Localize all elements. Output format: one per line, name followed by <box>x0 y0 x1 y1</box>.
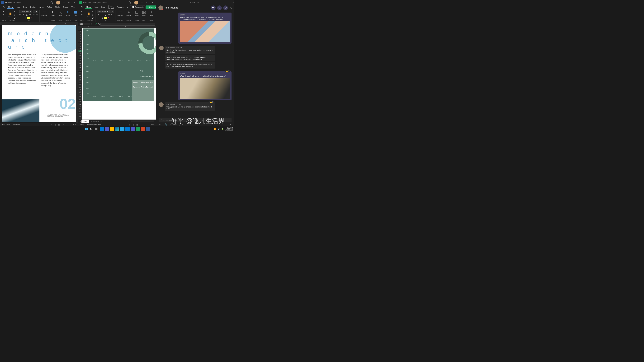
maximize-button[interactable]: ☐ <box>144 0 150 5</box>
tab-formulas[interactable]: Formulas <box>115 6 125 8</box>
italic-button[interactable]: I <box>100 13 104 16</box>
user-avatar[interactable] <box>134 1 138 4</box>
reaction-badge[interactable]: 👍 1 <box>209 101 214 103</box>
paragraph-button[interactable]: Paragraph <box>41 10 48 16</box>
undo-button[interactable]: ↶ <box>2 10 6 13</box>
tab-file[interactable]: File <box>1 6 7 8</box>
tab-layout[interactable]: Layout <box>38 6 46 8</box>
message-in[interactable]: Do you have time today before our design… <box>165 55 216 61</box>
message-in[interactable]: Ron Thames 11:19 AM Hey Jack. We have be… <box>165 46 216 54</box>
editing-button[interactable]: Editing <box>148 10 154 16</box>
fx-icon[interactable]: fx <box>98 23 100 25</box>
zoom-slider[interactable]: ─●────── <box>62 124 71 126</box>
add-sheet-icon[interactable]: ＋ <box>101 120 103 122</box>
vertical-scrollbar[interactable] <box>76 25 78 123</box>
grow-font-button[interactable]: A↑ <box>108 13 110 16</box>
audio-call-button[interactable] <box>217 5 222 10</box>
shrink-font-button[interactable]: A↓ <box>111 13 114 16</box>
popout-icon[interactable]: ⧉ <box>230 6 232 9</box>
search-icon[interactable] <box>50 1 53 4</box>
word-icon[interactable] <box>146 127 150 131</box>
view-print-icon[interactable]: ▤ <box>54 124 56 126</box>
horizontal-scrollbar[interactable] <box>131 120 154 122</box>
start-button[interactable] <box>84 127 88 131</box>
minimize-button[interactable]: ─ <box>61 0 66 5</box>
font-size-select[interactable]: 11 <box>110 10 114 13</box>
tab-review[interactable]: Review <box>61 6 70 8</box>
excel-sheet-area[interactable]: A B 123456789101112131415161718192021222… <box>78 26 156 119</box>
widgets-icon[interactable] <box>100 127 104 131</box>
view-read-icon[interactable]: ▭ <box>51 124 52 126</box>
cut-button[interactable]: ✂ <box>13 10 16 13</box>
chart-object[interactable]: 30%25%20%15%10%5%0% 5 - 910 - 1415 - 192… <box>82 28 154 101</box>
tab-home[interactable]: Home <box>7 5 14 9</box>
font-color-button[interactable]: A <box>107 16 110 19</box>
attach-icon[interactable]: 📎 <box>165 123 168 126</box>
overlay-card[interactable]: ContosoFY 22 Company Over Contoso Sales … <box>132 80 154 101</box>
comments-button[interactable]: 💬 Comments <box>130 5 145 9</box>
status-words[interactable]: 234 Words <box>12 124 20 126</box>
tab-view[interactable]: View <box>70 6 76 8</box>
edge-icon[interactable] <box>115 127 119 131</box>
share-button[interactable]: ⇪ Share ⌄ <box>146 5 158 9</box>
tables-button[interactable]: Tables <box>134 10 139 16</box>
maximize-button[interactable]: ☐ <box>66 0 72 5</box>
styles-button[interactable]: A Styles <box>51 10 56 16</box>
search-icon[interactable] <box>128 1 131 4</box>
dictate-button[interactable]: Dictate <box>65 10 70 16</box>
font-color-button[interactable]: A <box>30 16 33 19</box>
reaction-badge[interactable]: 👍 1 <box>225 70 230 72</box>
image-attachment[interactable] <box>180 78 230 99</box>
tab-design[interactable]: Design <box>29 6 37 8</box>
image-attachment[interactable] <box>180 21 230 42</box>
copy-button[interactable]: ⎘ <box>13 13 16 16</box>
name-box[interactable] <box>79 23 90 25</box>
redo-button[interactable]: ↷ <box>81 13 84 16</box>
undo-button[interactable]: ↶ <box>81 10 84 13</box>
wifi-icon[interactable]: 📶 <box>214 128 216 130</box>
text-effect-button[interactable]: A <box>24 16 27 19</box>
cells-grid[interactable]: 30%25%20%15%10%5%0% 5 - 910 - 1415 - 192… <box>82 28 156 119</box>
redo-button[interactable]: ↷ <box>2 13 6 16</box>
sheet-menu-icon[interactable]: ⋮ <box>128 120 129 122</box>
message-out[interactable]: 1:08 PM Hi Ron, I've been working on som… <box>178 12 232 44</box>
bold-button[interactable]: B <box>19 13 22 16</box>
search-button[interactable] <box>89 127 94 131</box>
status-wb[interactable]: Workbook Statistics <box>86 124 101 126</box>
priority-icon[interactable]: ! <box>162 123 163 126</box>
collapse-ribbon-icon[interactable]: ⌃ <box>76 20 78 21</box>
shrink-font-button[interactable]: A↓ <box>36 13 38 16</box>
enter-icon[interactable]: ✓ <box>95 22 97 25</box>
tab-draw[interactable]: Draw <box>22 6 29 8</box>
format-painter-button[interactable]: 🖌 <box>13 17 16 20</box>
emoji-icon[interactable]: ☺ <box>169 123 171 126</box>
sheet-tab-projections[interactable]: Projections <box>89 120 100 123</box>
chat-icon[interactable] <box>105 127 109 131</box>
tab-references[interactable]: Refere <box>46 6 54 8</box>
task-view-button[interactable] <box>94 127 99 131</box>
formula-input[interactable] <box>100 23 155 25</box>
close-button[interactable]: ✕ <box>232 1 234 3</box>
column-headers[interactable]: A B <box>82 26 156 28</box>
tray-chevron-icon[interactable]: ⌃ <box>211 128 212 130</box>
sender-avatar[interactable] <box>159 102 164 107</box>
underline-button[interactable]: U <box>26 13 28 16</box>
underline-button[interactable]: U <box>104 13 107 16</box>
number-button[interactable]: % Number <box>126 10 132 16</box>
zoom-value[interactable]: 86% <box>151 124 154 126</box>
border-button[interactable]: ⊞ <box>101 16 104 19</box>
status-ready[interactable]: Ready <box>80 124 84 126</box>
select-all-corner[interactable] <box>78 26 82 28</box>
paste-button[interactable]: Paste <box>8 11 13 18</box>
sender-avatar[interactable] <box>159 46 164 50</box>
font-size-select[interactable]: 11 <box>33 10 38 13</box>
screen-share-button[interactable] <box>223 5 228 10</box>
row-headers[interactable]: 1234567891011121314151617181920212223242… <box>78 28 82 119</box>
fill-color-button[interactable] <box>104 17 106 19</box>
bold-button[interactable]: B <box>97 13 100 16</box>
powerpoint-icon[interactable] <box>141 127 145 131</box>
paste-button[interactable]: Paste <box>86 11 91 18</box>
copy-button[interactable]: ⎘ <box>92 13 94 16</box>
sheet-tab-sales[interactable]: Sales <box>82 120 89 123</box>
view-web-icon[interactable]: ▦ <box>58 124 60 126</box>
